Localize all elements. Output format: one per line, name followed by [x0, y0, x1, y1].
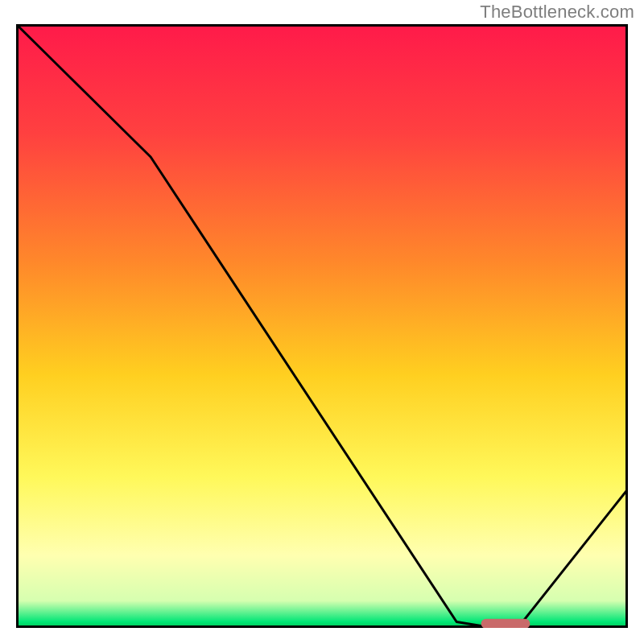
bottleneck-chart — [16, 24, 628, 628]
optimal-range-marker — [481, 619, 530, 628]
chart-container — [16, 24, 628, 628]
attribution-text: TheBottleneck.com — [480, 2, 634, 23]
